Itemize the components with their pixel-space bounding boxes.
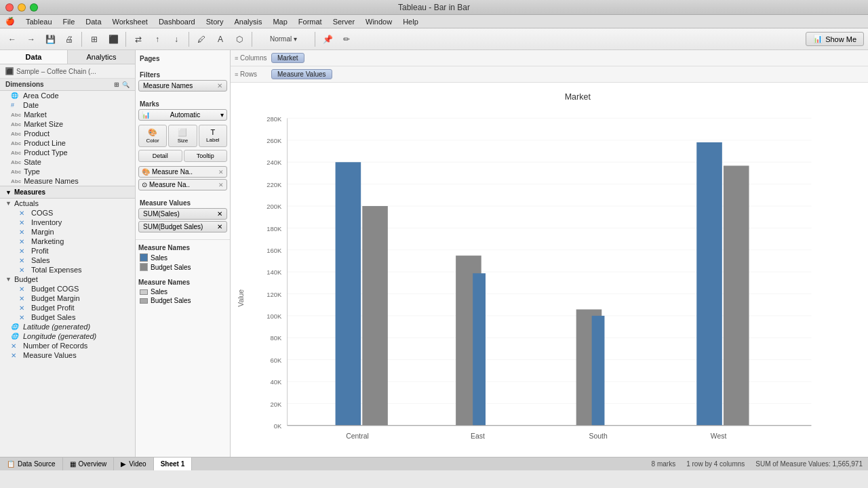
toolbar-swap[interactable]: ⇄	[130, 31, 146, 47]
mv-sales[interactable]: SUM(Sales) ✕	[138, 208, 227, 220]
bar-east-sales[interactable]	[473, 273, 486, 426]
bottom-bar: 📋 Data Source ▦ Overview ▶ Video Sheet 1…	[0, 457, 868, 470]
budget-size-swatch	[140, 298, 148, 304]
color-button[interactable]: 🎨 Color	[138, 125, 167, 147]
mark-field-1[interactable]: 🎨 Measure Na.. ✕	[138, 166, 227, 178]
search-icon[interactable]: 🔍	[122, 81, 130, 88]
bar-west-budget[interactable]	[724, 165, 749, 425]
toolbar-new-datasource[interactable]: ⊞	[86, 31, 102, 47]
menu-worksheet[interactable]: Worksheet	[113, 18, 148, 26]
field-sales[interactable]: ✕ Sales	[0, 256, 135, 265]
marks-type-dropdown[interactable]: 📊 Automatic ▾	[138, 109, 227, 121]
tooltip-button[interactable]: Tooltip	[184, 150, 228, 162]
toolbar-sort-desc[interactable]: ↓	[168, 31, 184, 47]
toolbar-undo[interactable]: ←	[4, 31, 20, 47]
field-measure-values[interactable]: ✕ Measure Values	[0, 350, 135, 360]
menu-server[interactable]: Server	[333, 18, 355, 26]
field-budget-sales[interactable]: ✕ Budget Sales	[0, 312, 135, 322]
size-button[interactable]: ⬜ Size	[168, 125, 197, 147]
menu-dashboard[interactable]: Dashboard	[159, 18, 195, 26]
menu-story[interactable]: Story	[206, 18, 224, 26]
legend-1-title: Measure Names	[138, 243, 227, 253]
toolbar-format[interactable]: ⬡	[231, 31, 248, 47]
field-measure-names[interactable]: Abc Measure Names	[0, 176, 135, 186]
field-num-records[interactable]: ✕ Number of Records	[0, 341, 135, 350]
measures-header[interactable]: ▼ Measures	[0, 186, 135, 199]
label-label: Label	[206, 137, 220, 143]
menu-format[interactable]: Format	[298, 18, 322, 26]
field-market[interactable]: Abc Market	[0, 110, 135, 119]
columns-pill[interactable]: Market	[271, 53, 304, 63]
hash-icon-total-expenses: ✕	[19, 266, 28, 274]
hash-icon-num-records: ✕	[11, 342, 20, 350]
menu-file[interactable]: File	[63, 18, 75, 26]
bar-central-sales[interactable]	[336, 162, 361, 426]
bar-central-budget[interactable]	[362, 206, 388, 426]
mark-field-2-remove[interactable]: ✕	[218, 182, 224, 188]
mv-budget-sales-remove[interactable]: ✕	[217, 223, 222, 230]
detail-button[interactable]: Detail	[138, 150, 182, 162]
menu-tableau[interactable]: Tableau	[26, 18, 52, 26]
mv-sales-remove[interactable]: ✕	[217, 210, 222, 218]
tab-video[interactable]: ▶ Video	[114, 458, 153, 470]
toolbar-sort-asc[interactable]: ↑	[149, 31, 165, 47]
field-type[interactable]: Abc Type	[0, 167, 135, 176]
field-product-type[interactable]: Abc Product Type	[0, 148, 135, 157]
show-me-button[interactable]: 📊 Show Me	[806, 32, 864, 46]
field-total-expenses[interactable]: ✕ Total Expenses	[0, 265, 135, 274]
toolbar-redo[interactable]: →	[23, 31, 39, 47]
field-state[interactable]: Abc State	[0, 157, 135, 167]
filter-measure-names[interactable]: Measure Names ✕	[138, 80, 227, 92]
close-button[interactable]	[5, 3, 14, 12]
tab-overview[interactable]: ▦ Overview	[63, 458, 115, 470]
window-controls[interactable]	[5, 3, 38, 12]
mv-budget-sales[interactable]: SUM(Budget Sales) ✕	[138, 221, 227, 232]
mark-field-1-remove[interactable]: ✕	[218, 169, 224, 176]
minimize-button[interactable]	[18, 3, 26, 12]
field-budget-profit[interactable]: ✕ Budget Profit	[0, 303, 135, 312]
toolbar-save[interactable]: 💾	[42, 31, 58, 47]
menu-apple[interactable]: 🍎	[5, 17, 15, 26]
field-product-line[interactable]: Abc Product Line	[0, 138, 135, 148]
toolbar-text[interactable]: A	[212, 31, 229, 47]
menu-help[interactable]: Help	[403, 18, 418, 26]
tab-analytics[interactable]: Analytics	[68, 50, 135, 64]
field-area-code[interactable]: 🌐 Area Code	[0, 91, 135, 100]
field-inventory[interactable]: ✕ Inventory	[0, 218, 135, 227]
menu-data[interactable]: Data	[85, 18, 101, 26]
svg-text:West: West	[711, 432, 727, 440]
menu-analysis[interactable]: Analysis	[234, 18, 262, 26]
field-longitude[interactable]: 🌐 Longitude (generated)	[0, 331, 135, 341]
field-date[interactable]: # Date	[0, 100, 135, 110]
field-latitude[interactable]: 🌐 Latitude (generated)	[0, 322, 135, 331]
toolbar-print[interactable]: 🖨	[61, 31, 77, 47]
field-budget-cogs[interactable]: ✕ Budget COGS	[0, 284, 135, 293]
field-budget-margin[interactable]: ✕ Budget Margin	[0, 293, 135, 303]
budget-group[interactable]: ▼ Budget	[0, 274, 135, 284]
field-product[interactable]: Abc Product	[0, 129, 135, 138]
maximize-button[interactable]	[30, 3, 38, 12]
field-cogs[interactable]: ✕ COGS	[0, 208, 135, 218]
grid-icon[interactable]: ⊞	[114, 81, 119, 88]
mark-field-2[interactable]: ⊙ Measure Na.. ✕	[138, 179, 227, 190]
toolbar-connect[interactable]: ⬛	[105, 31, 121, 47]
menu-map[interactable]: Map	[273, 18, 287, 26]
field-marketing[interactable]: ✕ Marketing	[0, 237, 135, 246]
label-button[interactable]: T Label	[199, 125, 227, 147]
toolbar-highlight[interactable]: 🖊	[193, 31, 210, 47]
rows-pill[interactable]: Measure Values	[271, 69, 332, 79]
toolbar-label2[interactable]: ✏	[338, 31, 355, 47]
toolbar-fix[interactable]: 📌	[319, 31, 336, 47]
toolbar-normal-dropdown[interactable]: Normal ▾	[256, 31, 311, 47]
tab-data-source[interactable]: 📋 Data Source	[0, 458, 63, 470]
tab-sheet1[interactable]: Sheet 1	[154, 458, 193, 470]
bar-west-sales[interactable]	[696, 142, 722, 426]
bar-south-sales[interactable]	[592, 316, 605, 426]
field-market-size[interactable]: Abc Market Size	[0, 119, 135, 129]
filter-remove-icon[interactable]: ✕	[217, 82, 222, 89]
actuals-group[interactable]: ▼ Actuals	[0, 199, 135, 208]
field-margin[interactable]: ✕ Margin	[0, 227, 135, 237]
menu-window[interactable]: Window	[366, 18, 392, 26]
field-profit[interactable]: ✕ Profit	[0, 246, 135, 256]
tab-data[interactable]: Data	[0, 50, 68, 64]
